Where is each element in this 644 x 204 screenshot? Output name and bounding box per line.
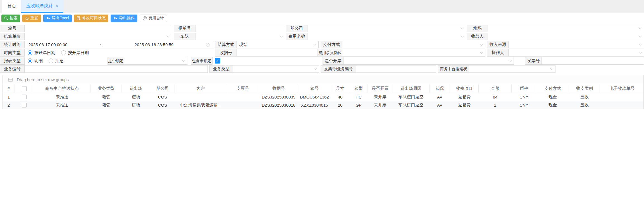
reset-button[interactable]: 重置 — [22, 15, 41, 22]
row-checkbox[interactable] — [22, 95, 27, 99]
column-header[interactable]: 是否开票 — [368, 84, 392, 93]
stat-time-range[interactable]: 2025-03-17 00:00:00 ~ 2025-03-18 23:59:5… — [24, 41, 214, 48]
row-group-drop-zone[interactable]: Drag here to set row groups — [3, 75, 643, 84]
table-cell: XZXZ0304015 — [298, 101, 331, 109]
column-header[interactable]: 支票号 — [226, 84, 259, 93]
label-check-or-business-no: 支票号/业务编号 — [321, 65, 356, 73]
search-icon — [4, 16, 8, 20]
chevron-down-icon[interactable] — [480, 50, 483, 54]
chevron-down-icon[interactable] — [638, 42, 642, 46]
table-row[interactable]: 1未推送箱管进场COSDZSJ2025030039BMOU684136240HC… — [3, 93, 643, 101]
label-fee-name: 费用名称 — [286, 33, 307, 40]
radio-by-bill-date-label[interactable]: 按账单日期 — [34, 50, 55, 55]
label-business-type: 业务类型 — [209, 65, 233, 73]
column-header[interactable]: 客户 — [175, 84, 226, 93]
export-icon — [46, 17, 50, 20]
fleet-select[interactable] — [195, 33, 285, 40]
export-excel-button[interactable]: 导出Excel — [43, 15, 72, 22]
bill-no-input[interactable] — [195, 25, 285, 32]
column-header[interactable]: 进出场原因 — [392, 84, 430, 93]
chevron-down-icon[interactable] — [508, 58, 512, 62]
radio-summary[interactable] — [49, 58, 53, 63]
chevron-down-icon[interactable] — [166, 34, 170, 37]
chevron-down-icon[interactable] — [638, 26, 642, 29]
is-locked-select[interactable] — [124, 57, 187, 65]
filter-panel: 箱号 提单号 船公司 堆场 结算单位 车队 费用名称 收款人 统计时间 — [0, 25, 644, 73]
chevron-down-icon[interactable] — [461, 26, 464, 29]
chevron-down-icon[interactable] — [638, 50, 642, 54]
radio-detail[interactable] — [28, 58, 32, 63]
column-header[interactable]: 进出场 — [121, 84, 150, 93]
radio-by-invoice-date-label[interactable]: 按开票日期 — [68, 50, 89, 55]
chevron-down-icon[interactable] — [314, 66, 317, 70]
row-checkbox[interactable] — [22, 103, 27, 107]
include-unlocked-checkbox[interactable]: ✓ — [215, 58, 220, 64]
column-header[interactable]: 箱况 — [430, 84, 450, 93]
settlement-method-select[interactable]: 现结 — [237, 41, 319, 48]
select-all-checkbox[interactable] — [22, 86, 27, 91]
radio-detail-label[interactable]: 明细 — [34, 58, 43, 64]
settlement-unit-select[interactable] — [24, 33, 172, 40]
table-row[interactable]: 2未推送箱管进场COS中远海运集装箱运输...DZSJ2025030018XZX… — [3, 101, 643, 109]
column-header[interactable]: 箱号 — [298, 84, 331, 93]
column-header[interactable]: 币种 — [512, 84, 536, 93]
table-cell: CNY — [512, 93, 536, 101]
table-cell: 箱管 — [91, 93, 121, 101]
column-header[interactable]: 箱型 — [349, 84, 368, 93]
chevron-down-icon[interactable] — [182, 58, 185, 62]
export-action-button[interactable]: 导出操作 — [111, 15, 137, 22]
modify-status-button[interactable]: 修改可用状态 — [74, 15, 108, 22]
business-type-select[interactable] — [233, 65, 319, 73]
mid-platform-status-select[interactable] — [469, 65, 555, 73]
business-no-input[interactable] — [24, 65, 208, 73]
column-header[interactable]: 业务类型 — [91, 84, 121, 93]
yen-circle-icon — [143, 16, 147, 20]
search-button[interactable]: 检索 — [1, 15, 20, 22]
radio-summary-label[interactable]: 汇总 — [55, 58, 64, 64]
tab-home[interactable]: 首页 — [2, 0, 21, 13]
chevron-down-icon[interactable] — [280, 34, 283, 37]
label-report-type: 报表类型 — [0, 57, 25, 65]
grid-header-row: #商务中台推送状态业务类型进出场船公司客户支票号收据号箱号尺寸箱型是否开票进出场… — [3, 84, 643, 93]
container-no-input[interactable] — [24, 25, 172, 32]
close-icon[interactable]: × — [56, 4, 58, 8]
chevron-down-icon[interactable] — [550, 66, 554, 70]
receipt-no-input[interactable] — [237, 49, 319, 57]
income-source-select[interactable] — [508, 41, 644, 48]
is-invoiced-select[interactable] — [343, 57, 514, 65]
column-header[interactable]: 尺寸 — [331, 84, 349, 93]
stat-time-end[interactable]: 2025-03-18 23:59:59 — [135, 42, 173, 47]
column-header[interactable]: 支付方式 — [536, 84, 569, 93]
column-header[interactable]: # — [3, 84, 15, 93]
fee-name-select[interactable] — [307, 33, 466, 40]
chevron-down-icon[interactable] — [480, 42, 483, 46]
fee-total-button[interactable]: 费用合计 — [140, 15, 167, 22]
fee-entry-post-select[interactable] — [342, 49, 485, 57]
label-include-unlocked: 包含未锁定 — [191, 57, 213, 65]
radio-by-bill-date[interactable] — [28, 50, 32, 55]
chevron-down-icon[interactable] — [461, 34, 464, 37]
column-header[interactable]: 商务中台推送状态 — [33, 84, 91, 93]
column-header[interactable]: 收据号 — [259, 84, 298, 93]
column-header[interactable]: 电子收款单号 — [600, 84, 644, 93]
radio-by-invoice-date[interactable] — [61, 50, 66, 55]
export-action-label: 导出操作 — [119, 16, 135, 21]
payment-method-select[interactable] — [342, 41, 485, 48]
chevron-down-icon[interactable] — [638, 34, 642, 37]
app: 首页 应收账单统计 × 检索 重置 导出Excel 修改可用状态 导出操作 — [0, 0, 644, 109]
column-header[interactable]: 收费项目 — [450, 84, 479, 93]
operator-select[interactable] — [508, 49, 644, 57]
yard-select[interactable] — [488, 25, 644, 32]
column-header[interactable]: 船公司 — [150, 84, 175, 93]
payee-select[interactable] — [488, 33, 644, 40]
table-cell: COS — [150, 101, 175, 109]
invoice-no-input[interactable] — [542, 57, 644, 65]
chevron-down-icon[interactable] — [313, 42, 317, 46]
shipping-company-select[interactable] — [307, 25, 466, 32]
tab-receivable-bill-stats[interactable]: 应收账单统计 × — [21, 0, 63, 13]
check-no-input[interactable] — [356, 65, 436, 73]
column-header[interactable]: 收支类别 — [569, 84, 600, 93]
stat-time-start[interactable]: 2025-03-17 00:00:00 — [28, 42, 67, 47]
table-cell: DZSJ2025030039 — [259, 93, 298, 101]
column-header[interactable]: 金额 — [479, 84, 512, 93]
